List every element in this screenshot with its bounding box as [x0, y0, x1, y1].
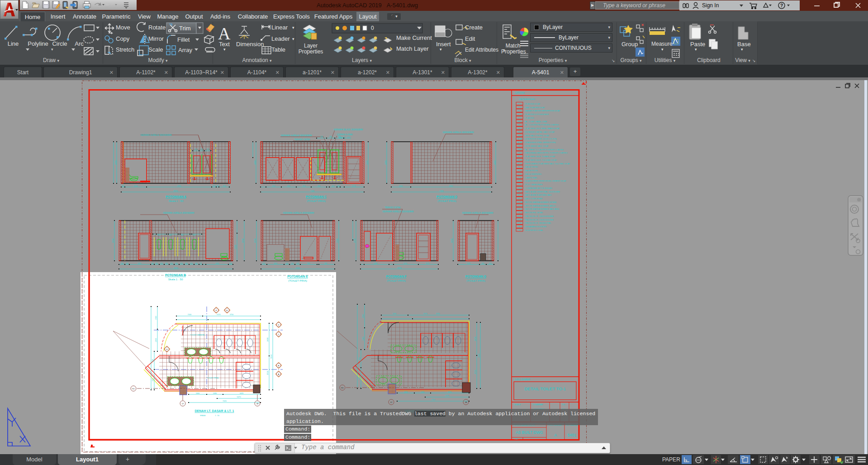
svg-text:POTONGAN B: POTONGAN B [165, 273, 186, 277]
svg-text:POLY CARBONATE: POLY CARBONATE [525, 183, 543, 186]
svg-text:BATU ALAM SLATE ABU-ABU: BATU ALAM SLATE ABU-ABU [525, 194, 551, 196]
svg-text:150: 150 [329, 135, 332, 138]
svg-text:2300: 2300 [234, 244, 237, 249]
svg-text:KERAMIK AURELIA 300X600MM: KERAMIK AURELIA 300X600MM [443, 131, 474, 134]
svg-text:BT-2: BT-2 [517, 194, 522, 196]
svg-text:7420: 7420 [431, 398, 436, 401]
svg-text:WAT PLASTER DICAT: WAT PLASTER DICAT [525, 106, 545, 109]
svg-text:COMMERAN BETON RINGAN: COMMERAN BETON RINGAN [525, 187, 552, 189]
svg-text:7540: 7540 [310, 190, 315, 192]
svg-text:1600: 1600 [196, 393, 199, 394]
svg-text:BATU ALAM GREEN MAC 300X300MM: BATU ALAM GREEN MAC 300X300MM [525, 191, 560, 193]
svg-text:K1: K1 [341, 387, 344, 389]
svg-text:(TOILET PRIA): (TOILET PRIA) [307, 199, 326, 202]
svg-text:260: 260 [155, 263, 158, 264]
svg-text:900: 900 [223, 185, 226, 187]
svg-text:150: 150 [216, 185, 219, 187]
svg-text:650: 650 [489, 263, 492, 264]
svg-text:3200: 3200 [353, 238, 356, 243]
svg-text:1283: 1283 [362, 336, 364, 341]
svg-text:700: 700 [194, 148, 198, 150]
svg-text:150: 150 [213, 185, 215, 187]
svg-text:(TOILET PRIA): (TOILET PRIA) [288, 279, 307, 282]
svg-text:F: F [216, 309, 217, 312]
svg-text:3200: 3200 [493, 160, 496, 165]
svg-text:A: A [278, 373, 280, 375]
svg-text:RANGKA ALUMINIUM FIN. POWDER C: RANGKA ALUMINIUM FIN. POWDER COATING [525, 152, 568, 154]
svg-text:1600: 1600 [274, 263, 277, 264]
svg-text:260: 260 [185, 263, 188, 264]
svg-text:K-3: K-3 [518, 173, 521, 175]
svg-text:200: 200 [229, 263, 232, 264]
svg-text:900: 900 [272, 185, 275, 187]
svg-text:17: 17 [182, 403, 184, 405]
svg-text:KERAMIK BLACK 300X600MM: KERAMIK BLACK 300X600MM [334, 129, 363, 131]
svg-text:700: 700 [320, 135, 323, 138]
svg-text:260: 260 [195, 263, 198, 264]
svg-text:M-5: M-5 [518, 134, 522, 137]
svg-text:DIGAMBAR: DIGAMBAR [533, 403, 543, 406]
svg-text:260: 260 [175, 263, 178, 264]
svg-text:2500: 2500 [362, 314, 364, 318]
svg-text:DETAIL TOILET TO-1: DETAIL TOILET TO-1 [524, 386, 566, 391]
svg-text:PLASTER DI POLES BIDR: PLASTER DI POLES BIDR [525, 113, 549, 115]
svg-text:PLASTER DICAT: PLASTER DICAT [525, 103, 541, 105]
svg-text:SKALA: SKALA [514, 403, 521, 406]
svg-text:3750: 3750 [436, 313, 440, 315]
svg-text:AL. LOUVRE FIN POWDER COATING: AL. LOUVRE FIN POWDER COATING [525, 124, 559, 126]
svg-text:POTONGAN F: POTONGAN F [386, 275, 406, 278]
svg-text:PAVING BLOK. 200X100X60MM: PAVING BLOK. 200X100X60MM [525, 215, 554, 217]
svg-text:B: B [278, 364, 280, 367]
svg-text:M-11: M-11 [517, 159, 522, 161]
svg-text:3200: 3200 [366, 160, 368, 165]
svg-text:1500: 1500 [399, 185, 403, 187]
svg-text:STAINLESS STEEL (DGN LOC FIN): STAINLESS STEEL (DGN LOC FIN) [525, 138, 557, 140]
svg-text:1 : 50: 1 : 50 [215, 415, 219, 417]
svg-text:KERAMIK AURELIA 300X600MM: KERAMIK AURELIA 300X600MM [163, 212, 194, 214]
svg-text:EXPANDED METAL GALV. DICAT: EXPANDED METAL GALV. DICAT [525, 131, 555, 133]
svg-text:K-1: K-1 [518, 166, 521, 168]
svg-text:POTONGAN C: POTONGAN C [306, 195, 327, 198]
svg-text:3200: 3200 [451, 238, 453, 243]
svg-text:850: 850 [358, 357, 360, 360]
svg-text:TGL.: TGL. [562, 403, 566, 406]
svg-text:850: 850 [152, 359, 154, 362]
svg-text:WIRE MESH GALV. DICAT: WIRE MESH GALV. DICAT [525, 145, 549, 147]
svg-text:D: D [278, 324, 279, 326]
svg-text:M-2: M-2 [518, 124, 522, 126]
svg-text:450: 450 [157, 235, 160, 236]
svg-text:POTONGAN G: POTONGAN G [465, 275, 486, 278]
svg-text:1500: 1500 [155, 316, 157, 320]
svg-text:A: A [218, 24, 231, 43]
svg-text:700: 700 [338, 135, 341, 138]
svg-text:1300: 1300 [138, 263, 141, 264]
svg-text:KERAMIK AURELIA 300X600MM: KERAMIK AURELIA 300X600MM [283, 212, 314, 214]
svg-text:2500: 2500 [474, 369, 476, 374]
svg-text:1700: 1700 [352, 185, 356, 187]
svg-text:STR-3: STR-3 [517, 222, 522, 224]
svg-text:STAINLESS STEEL (MIRROR FIN): STAINLESS STEEL (MIRROR FIN) [525, 141, 556, 144]
svg-text:M-5A: M-5A [517, 138, 522, 140]
svg-text:0: 0 [371, 25, 374, 31]
svg-text:1600: 1600 [404, 391, 408, 393]
svg-text:3470: 3470 [240, 393, 243, 394]
svg-text:18: 18 [465, 401, 467, 403]
svg-text:BAHAN PLASTER BERGERIGIS DICAT: BAHAN PLASTER BERGERIGIS DICAT [525, 110, 560, 112]
svg-text:(TOILET PRIA): (TOILET PRIA) [387, 279, 406, 282]
svg-text:775: 775 [199, 263, 202, 264]
svg-text:140: 140 [285, 263, 288, 264]
svg-text:1920: 1920 [403, 263, 407, 264]
svg-text:1500: 1500 [393, 313, 396, 315]
svg-text:AS BUILT DWG: AS BUILT DWG [516, 430, 543, 435]
svg-text:3200: 3200 [254, 238, 256, 243]
svg-text:A: A [554, 433, 557, 437]
svg-text:2438: 2438 [266, 337, 269, 342]
svg-text:K1: K1 [132, 388, 135, 390]
svg-text:Sign In: Sign In [702, 2, 719, 9]
svg-text:900: 900 [318, 185, 320, 187]
svg-text:E: E [227, 309, 228, 312]
svg-text:M-10: M-10 [517, 155, 522, 158]
svg-text:1640: 1640 [467, 263, 470, 264]
svg-text:150: 150 [200, 148, 204, 150]
svg-text:940: 940 [324, 263, 327, 264]
